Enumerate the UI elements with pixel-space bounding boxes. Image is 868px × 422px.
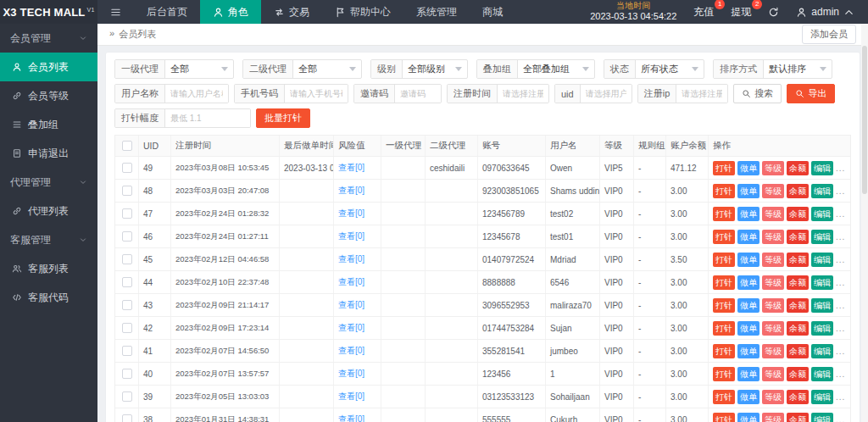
- level-button[interactable]: 等级: [762, 253, 784, 267]
- risk-view-link[interactable]: 查看[0]: [338, 230, 364, 242]
- filter-select-level[interactable]: 级别全部级别: [370, 59, 468, 79]
- filter-input-field-reg-ip[interactable]: [676, 85, 727, 103]
- edit-button[interactable]: 编辑: [811, 298, 833, 313]
- inject-button[interactable]: 打针: [713, 321, 735, 336]
- topnav-item-mall[interactable]: 商城: [470, 0, 515, 24]
- topnav-item-role[interactable]: 角色: [200, 0, 261, 24]
- level-button[interactable]: 等级: [762, 161, 784, 175]
- order-button[interactable]: 做单: [737, 298, 760, 313]
- sidebar-item-member-list[interactable]: 会员列表: [0, 53, 97, 81]
- balance-button[interactable]: 余额: [787, 390, 809, 404]
- balance-button[interactable]: 余额: [787, 275, 809, 290]
- select-all-checkbox[interactable]: [122, 141, 132, 151]
- filter-select-stack-group[interactable]: 叠加组全部叠加组: [476, 59, 595, 79]
- filter-select-agent1[interactable]: 一级代理全部: [114, 59, 234, 79]
- more-actions-button[interactable]: ...: [836, 392, 845, 402]
- row-checkbox[interactable]: [122, 323, 132, 333]
- row-checkbox[interactable]: [122, 163, 132, 173]
- recharge-link[interactable]: 充值 1: [693, 5, 714, 19]
- more-actions-button[interactable]: ...: [836, 324, 845, 333]
- sidebar-group[interactable]: 客服管理: [0, 225, 97, 254]
- risk-view-link[interactable]: 查看[0]: [338, 299, 364, 311]
- sidebar-item-agent-list[interactable]: 代理列表: [0, 197, 97, 225]
- row-checkbox[interactable]: [122, 391, 132, 402]
- scrollbar-thumb[interactable]: [862, 46, 867, 194]
- edit-button[interactable]: 编辑: [811, 207, 833, 221]
- user-menu[interactable]: admin: [796, 6, 854, 18]
- order-button[interactable]: 做单: [737, 367, 760, 381]
- edit-button[interactable]: 编辑: [811, 413, 833, 422]
- edit-button[interactable]: 编辑: [811, 275, 833, 290]
- risk-view-link[interactable]: 查看[0]: [338, 414, 364, 422]
- balance-button[interactable]: 余额: [787, 184, 809, 198]
- topnav-item-system[interactable]: 系统管理: [403, 0, 470, 24]
- balance-button[interactable]: 余额: [787, 161, 809, 175]
- risk-view-link[interactable]: 查看[0]: [338, 185, 364, 197]
- order-button[interactable]: 做单: [737, 344, 760, 358]
- balance-button[interactable]: 余额: [787, 298, 809, 313]
- edit-button[interactable]: 编辑: [811, 253, 833, 267]
- inject-button[interactable]: 打针: [713, 253, 735, 267]
- filter-select-sort[interactable]: 排序方式默认排序: [713, 59, 832, 79]
- order-button[interactable]: 做单: [737, 207, 760, 221]
- edit-button[interactable]: 编辑: [811, 230, 833, 244]
- row-checkbox[interactable]: [122, 208, 132, 219]
- sidebar-item-member-level[interactable]: 会员等级: [0, 81, 97, 110]
- more-actions-button[interactable]: ...: [836, 369, 845, 379]
- sidebar-item-service-list[interactable]: 客服列表: [0, 254, 97, 283]
- edit-button[interactable]: 编辑: [811, 390, 833, 404]
- risk-view-link[interactable]: 查看[0]: [338, 322, 364, 334]
- sidebar-item-apply-exit[interactable]: 申请退出: [0, 139, 97, 168]
- edit-button[interactable]: 编辑: [811, 321, 833, 336]
- filter-input-field-phone[interactable]: [285, 85, 348, 103]
- order-button[interactable]: 做单: [737, 413, 760, 422]
- order-button[interactable]: 做单: [737, 321, 760, 336]
- order-button[interactable]: 做单: [737, 161, 760, 175]
- level-button[interactable]: 等级: [762, 367, 784, 381]
- inject-button[interactable]: 打针: [713, 207, 735, 221]
- more-actions-button[interactable]: ...: [836, 164, 845, 173]
- risk-view-link[interactable]: 查看[0]: [338, 162, 364, 174]
- inject-button[interactable]: 打针: [713, 390, 735, 404]
- export-button[interactable]: 导出: [787, 84, 835, 103]
- level-button[interactable]: 等级: [762, 344, 784, 358]
- row-checkbox[interactable]: [122, 231, 132, 242]
- refresh-button[interactable]: [768, 7, 779, 18]
- filter-select-agent2[interactable]: 二级代理全部: [242, 59, 362, 79]
- risk-view-link[interactable]: 查看[0]: [338, 368, 364, 380]
- level-button[interactable]: 等级: [762, 207, 784, 221]
- balance-button[interactable]: 余额: [787, 367, 809, 381]
- sidebar-group[interactable]: 代理管理: [0, 168, 97, 197]
- topnav-item-home[interactable]: 后台首页: [134, 0, 200, 24]
- row-checkbox[interactable]: [122, 346, 132, 356]
- row-checkbox[interactable]: [122, 186, 132, 196]
- topnav-item-help[interactable]: 帮助中心: [322, 0, 403, 24]
- edit-button[interactable]: 编辑: [811, 367, 833, 381]
- search-button[interactable]: 搜索: [733, 84, 782, 103]
- sidebar-item-service-code[interactable]: 客服代码: [0, 283, 97, 312]
- inject-button[interactable]: 打针: [713, 275, 735, 290]
- inject-button[interactable]: 打针: [713, 298, 735, 313]
- more-actions-button[interactable]: ...: [836, 186, 845, 196]
- scrollbar[interactable]: [861, 24, 868, 422]
- balance-button[interactable]: 余额: [787, 413, 809, 422]
- risk-view-link[interactable]: 查看[0]: [338, 208, 364, 219]
- balance-button[interactable]: 余额: [787, 253, 809, 267]
- order-button[interactable]: 做单: [737, 184, 760, 198]
- level-button[interactable]: 等级: [762, 321, 784, 336]
- inject-button[interactable]: 打针: [713, 230, 735, 244]
- more-actions-button[interactable]: ...: [836, 301, 845, 310]
- order-button[interactable]: 做单: [737, 390, 760, 404]
- balance-button[interactable]: 余额: [787, 321, 809, 336]
- more-actions-button[interactable]: ...: [836, 232, 845, 242]
- row-checkbox[interactable]: [122, 369, 132, 379]
- risk-view-link[interactable]: 查看[0]: [338, 253, 364, 265]
- risk-view-link[interactable]: 查看[0]: [338, 391, 364, 403]
- more-actions-button[interactable]: ...: [836, 278, 845, 287]
- filter-input-field-username[interactable]: [165, 85, 228, 103]
- inject-range-field[interactable]: [165, 109, 250, 127]
- level-button[interactable]: 等级: [762, 230, 784, 244]
- edit-button[interactable]: 编辑: [811, 161, 833, 175]
- risk-view-link[interactable]: 查看[0]: [338, 345, 364, 357]
- order-button[interactable]: 做单: [737, 230, 760, 244]
